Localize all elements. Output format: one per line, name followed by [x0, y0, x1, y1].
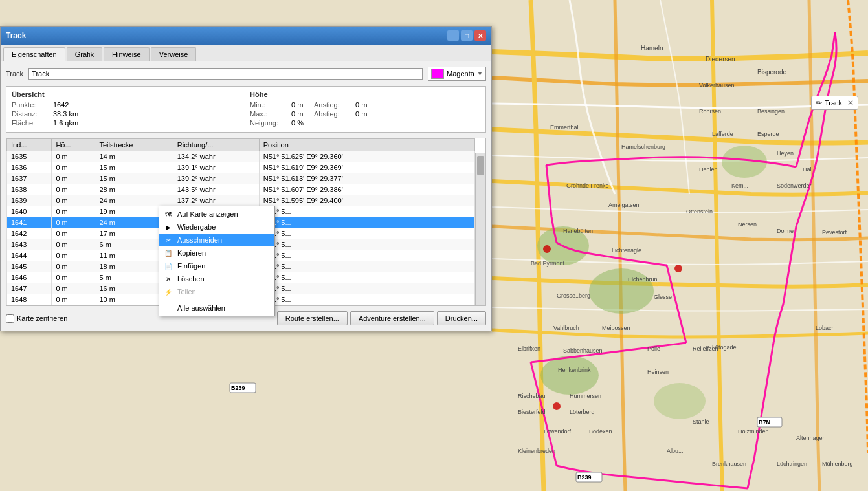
table-row[interactable]: 1637 0 m 15 m 139.2° wahr N51° 51.613' E…	[7, 173, 475, 184]
minimize-button[interactable]: −	[447, 30, 459, 41]
context-menu-item-einfügen[interactable]: 📄Einfügen	[159, 259, 274, 272]
col-ho[interactable]: Hö...	[52, 139, 95, 151]
col-teilstrecke[interactable]: Teilstrecke	[95, 139, 173, 151]
cell-ho: 0 m	[52, 162, 95, 173]
cell-ho: 0 m	[52, 206, 95, 217]
context-menu-item-label: Teilen	[177, 288, 196, 296]
anstieg-value: 0 m	[355, 101, 367, 109]
context-menu-item-ausschneiden[interactable]: ✂Ausschneiden	[159, 234, 274, 246]
context-menu-item-label: Alle auswählen	[177, 304, 225, 312]
map-track-close-button[interactable]: ✕	[847, 98, 854, 107]
map-track-label-text: Track	[825, 99, 842, 107]
cell-ho: 0 m	[52, 283, 95, 294]
scrollbar[interactable]	[475, 153, 485, 305]
cell-richtung: 137.2° wahr	[173, 195, 259, 206]
col-richtung[interactable]: Richtung/...	[173, 139, 259, 151]
route-button[interactable]: Route erstellen...	[277, 311, 348, 325]
tab-eigenschaften[interactable]: Eigenschaften	[3, 47, 65, 61]
cell-id: 1644	[7, 250, 52, 261]
cell-id: 1639	[7, 195, 52, 206]
cell-ho: 0 m	[52, 250, 95, 261]
close-button[interactable]: ✕	[474, 30, 486, 41]
color-swatch	[431, 69, 444, 79]
title-bar: Track − □ ✕	[1, 27, 491, 45]
svg-text:Heyen: Heyen	[777, 150, 794, 157]
col-position[interactable]: Position	[259, 139, 474, 151]
svg-text:Biesterfeld: Biesterfeld	[518, 409, 546, 415]
abstieg-row: Abstieg: 0 m	[314, 110, 367, 118]
punkte-value: 1642	[53, 101, 69, 109]
cell-ho: 0 m	[52, 228, 95, 239]
center-checkbox[interactable]	[6, 314, 14, 323]
map-track-label: ✏ Track ✕	[811, 96, 858, 110]
color-dropdown[interactable]: Magenta ▼	[428, 67, 486, 81]
adventure-button[interactable]: Adventure erstellen...	[350, 311, 434, 325]
table-row[interactable]: 1639 0 m 24 m 137.2° wahr N51° 51.595' E…	[7, 195, 475, 206]
cell-position: N51° 51.613' E9° 29.377'	[259, 173, 474, 184]
max-value: 0 m	[291, 110, 303, 118]
svg-text:Bisperode: Bisperode	[757, 69, 786, 76]
svg-text:Hall: Hall	[803, 166, 813, 173]
svg-text:Pevestorf: Pevestorf	[822, 229, 847, 235]
cell-position: N51° 5...	[259, 206, 474, 217]
map-track-pencil-icon: ✏	[816, 98, 822, 107]
svg-text:Lafferde: Lafferde	[712, 131, 733, 137]
hoehe-title: Höhe	[250, 91, 480, 98]
svg-text:Nersen: Nersen	[738, 221, 757, 228]
cell-id: 1645	[7, 261, 52, 272]
stats-section: Übersicht Punkte: 1642 Distanz: 38.3 km …	[6, 86, 486, 133]
svg-text:Bödexen: Bödexen	[589, 428, 612, 435]
context-menu-item-löschen[interactable]: ✕Löschen	[159, 272, 274, 285]
neigung-label: Neigung:	[250, 119, 289, 127]
context-menu-item-label: Einfügen	[177, 262, 205, 270]
abstieg-value: 0 m	[355, 110, 367, 118]
context-menu-item-alle-auswählen[interactable]: Alle auswählen	[159, 301, 274, 314]
tab-grafik[interactable]: Grafik	[67, 47, 102, 61]
cell-teil: 15 m	[95, 173, 173, 184]
cell-richtung: 143.5° wahr	[173, 184, 259, 195]
track-name-input[interactable]	[28, 68, 423, 80]
svg-point-7	[674, 265, 682, 272]
context-menu-item-label: Wiedergabe	[177, 223, 216, 231]
table-row[interactable]: 1638 0 m 28 m 143.5° wahr N51° 51.607' E…	[7, 184, 475, 195]
context-menu-item-label: Kopieren	[177, 249, 206, 257]
cell-ho: 0 m	[52, 195, 95, 206]
context-menu-item-wiedergabe[interactable]: ▶Wiedergabe	[159, 221, 274, 234]
context-menu-item-label: Ausschneiden	[177, 236, 222, 244]
cell-id: 1643	[7, 239, 52, 250]
max-label: Max.:	[250, 110, 289, 118]
table-row[interactable]: 1635 0 m 14 m 134.2° wahr N51° 51.625' E…	[7, 151, 475, 162]
cell-position: N51° 51.595' E9° 29.400'	[259, 195, 474, 206]
flaeche-label: Fläche:	[12, 119, 50, 127]
play-icon: ▶	[163, 222, 173, 232]
context-menu-item-kopieren[interactable]: 📋Kopieren	[159, 246, 274, 259]
flaeche-value: 1.6 qkm	[53, 119, 78, 127]
svg-text:Hummersen: Hummersen	[570, 393, 601, 399]
hoehe-col: Höhe Min.: 0 m Max.: 0 m Neigung:	[250, 91, 480, 128]
maximize-button[interactable]: □	[461, 30, 473, 41]
context-menu-separator	[159, 300, 274, 300]
svg-text:Volkerhausen: Volkerhausen	[699, 82, 735, 89]
cell-position: N51° 51.619' E9° 29.369'	[259, 162, 474, 173]
dialog-title: Track	[6, 31, 26, 40]
tab-hinweise[interactable]: Hinweise	[104, 47, 150, 61]
svg-point-8	[553, 402, 561, 410]
print-button[interactable]: Drucken...	[437, 311, 486, 325]
copy-icon: 📋	[163, 248, 173, 258]
svg-text:Löterberg: Löterberg	[570, 409, 595, 415]
svg-text:Lütogade: Lütogade	[712, 344, 737, 351]
table-row[interactable]: 1636 0 m 15 m 139.1° wahr N51° 51.619' E…	[7, 162, 475, 173]
track-name-row: Track Magenta ▼	[6, 67, 486, 81]
title-bar-controls: − □ ✕	[447, 30, 486, 41]
col-ind[interactable]: Ind...	[7, 139, 52, 151]
tab-bar: Eigenschaften Grafik Hinweise Verweise	[1, 45, 491, 61]
cell-position: N51° 51.625' E9° 29.360'	[259, 151, 474, 162]
scrollbar-thumb[interactable]	[477, 156, 484, 175]
cell-teil: 24 m	[95, 195, 173, 206]
cell-id: 1646	[7, 272, 52, 283]
svg-text:Glesse: Glesse	[654, 294, 672, 300]
distanz-value: 38.3 km	[53, 110, 78, 118]
tab-verweise[interactable]: Verweise	[151, 47, 197, 61]
svg-text:B239: B239	[577, 474, 592, 481]
context-menu-item-auf-karte-anzeigen[interactable]: 🗺Auf Karte anzeigen	[159, 208, 274, 221]
